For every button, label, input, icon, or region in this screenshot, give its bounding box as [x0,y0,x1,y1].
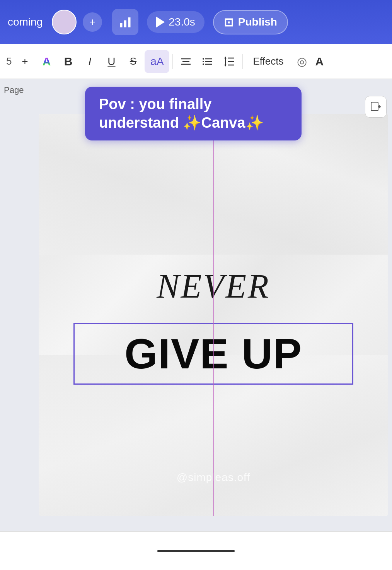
list-button[interactable] [198,51,218,72]
home-indicator [157,550,235,552]
canvas-area: Pov : you finally understand ✨Canva✨ NEV… [35,79,392,531]
add-button[interactable]: + [83,12,102,32]
chart-button[interactable] [112,9,138,35]
line-height-button[interactable] [219,51,239,72]
line-height-icon [224,56,235,67]
guide-vertical [213,114,214,516]
pages-strip: Page [0,79,39,531]
add-page-icon [370,101,381,112]
font-size-number: 5 [6,55,12,67]
svg-rect-0 [120,23,123,27]
toolbar-divider [172,54,173,69]
font-color-button[interactable]: A [36,51,56,72]
strikethrough-button[interactable]: S [123,51,143,72]
play-button[interactable]: 23.0s [147,11,205,33]
top-toolbar: coming + 23.0s ⊡ Publish [0,0,392,44]
svg-point-6 [203,58,204,60]
svg-point-8 [203,61,204,62]
publish-icon: ⊡ [224,15,233,29]
tooltip-bubble: Pov : you finally understand ✨Canva✨ [85,87,302,140]
second-toolbar: 5 + A B I U S aA [0,44,392,79]
svg-rect-1 [124,21,126,27]
svg-marker-17 [224,65,227,67]
italic-button[interactable]: I [80,51,100,72]
list-icon [202,57,213,66]
add-page-button[interactable] [365,96,387,118]
align-icon [181,57,191,66]
publish-label: Publish [238,16,277,28]
coming-label: coming [8,16,43,28]
font-type-label: A [315,55,324,68]
tooltip-text: Pov : you finally understand ✨Canva✨ [99,96,264,131]
svg-rect-2 [128,17,131,27]
effects-button[interactable]: Effects [246,51,290,72]
text-case-button[interactable]: aA [145,50,169,73]
pages-label: Page [4,83,24,95]
toolbar-divider-2 [242,54,243,69]
avatar [52,10,77,34]
chart-icon [118,15,132,29]
font-color-icon: A [43,55,51,68]
opacity-button[interactable]: ◎ [292,51,312,72]
bold-button[interactable]: B [58,51,78,72]
bottom-bar [0,531,392,570]
increase-font-size-button[interactable]: + [15,51,35,72]
canvas-card[interactable]: NEVER GIVE UP @simpleas.off [39,114,388,516]
play-icon [156,17,165,27]
duration-label: 23.0s [169,16,195,28]
svg-marker-16 [224,56,227,58]
publish-button[interactable]: ⊡ Publish [213,10,288,34]
svg-point-10 [203,63,204,65]
underline-button[interactable]: U [101,51,121,72]
align-center-button[interactable] [176,51,196,72]
svg-rect-18 [371,102,378,111]
